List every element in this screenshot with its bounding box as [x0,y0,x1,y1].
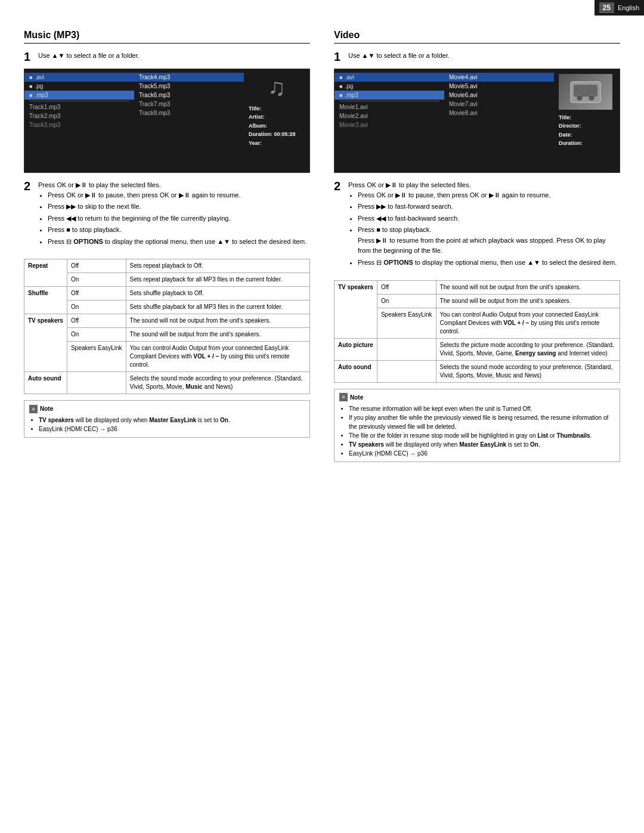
list-item: Press OK or ▶⏸ to pause, then press OK o… [48,190,306,201]
sub-label: On [67,273,126,287]
music-step1-text: Use ▲▼ to select a file or a folder. [38,51,140,61]
list-item[interactable]: ■ .avi [335,73,444,82]
list-item: Press ▶▶ to skip to the next file. [48,202,306,212]
list-item[interactable]: Movie1.avi [335,103,444,112]
cell-desc: The sound will not be output from the un… [126,314,309,328]
cell-desc: You can control Audio Output from your c… [126,342,309,372]
row-label-shuffle: Shuffle [24,287,67,314]
video-note: ≡ Note The resume information will be ke… [334,389,620,462]
folder-icon: ■ [339,92,342,98]
table-row: Shuffle Off Sets shuffle playback to Off… [24,287,310,301]
list-item[interactable]: Track6.mp3 [134,91,244,100]
row-label-auto-sound: Auto sound [335,360,377,382]
list-item[interactable]: ■ .pg [24,82,134,91]
row-label-auto-sound: Auto sound [24,372,67,394]
music-step1: 1 Use ▲▼ to select a file or a folder. [24,51,310,63]
music-track-list: Track4.mp3 Track5.mp3 Track6.mp3 Track7.… [134,69,244,172]
note-icon: ≡ [29,405,38,413]
sub-label: On [67,301,126,314]
sub-label: Off [67,259,126,273]
row-label-tv-speakers: TV speakers [24,314,67,372]
video-step1-text: Use ▲▼ to select a file or a folder. [348,51,450,61]
list-item[interactable]: Movie7.avi [444,100,554,109]
folder-icon: ■ [339,83,342,89]
folder-icon: ■ [29,92,32,98]
music-step2-text: Press OK or ▶⏸ to play the selected file… [38,180,306,190]
video-step2: 2 Press OK or ▶⏸ to play the selected fi… [334,180,620,274]
list-item[interactable]: Track1.mp3 [24,103,134,112]
list-item[interactable]: Movie4.avi [444,73,554,82]
table-row: Auto sound Selects the sound mode accord… [335,360,620,382]
table-row: Speakers EasyLink You can control Audio … [335,308,620,338]
cell-desc: Sets repeat playback for all MP3 files i… [126,273,309,287]
video-options-table: TV speakers Off The sound will not be ou… [334,280,620,383]
table-row: Speakers EasyLink You can control Audio … [24,342,310,372]
list-item[interactable]: Track5.mp3 [134,82,244,91]
sub-label: Off [67,314,126,328]
language-label: English [618,4,639,11]
list-item: Press ■ to stop playback. [48,225,306,236]
list-item[interactable]: ■ .pg [335,82,444,91]
list-item[interactable]: Movie6.avi [444,91,554,100]
list-item[interactable]: ■ .avi [24,73,134,82]
video-step1-num: 1 [334,51,343,63]
cell-desc: The sound will not be output from the un… [436,280,620,294]
list-item: TV speakers will be displayed only when … [349,440,615,449]
list-item[interactable]: ■ .mp3 [335,91,444,100]
table-row: Auto sound Selects the sound mode accord… [24,372,310,394]
video-step1: 1 Use ▲▼ to select a file or a folder. [334,51,620,63]
list-item: EasyLink (HDMI CEC) → p36 [39,425,305,433]
music-note: ≡ Note TV speakers will be displayed onl… [24,400,310,438]
sub-label: Off [67,287,126,301]
note-icon: ≡ [339,393,348,401]
list-item[interactable]: Track3.mp3 [24,120,134,129]
list-item: Press ⊟ OPTIONS to display the optional … [358,258,620,268]
cell-desc: Sets shuffle playback to Off. [126,287,309,301]
row-label-tv-speakers: TV speakers [335,280,377,338]
list-item: The resume information will be kept even… [349,404,615,413]
video-note-list: The resume information will be kept even… [349,404,615,458]
music-step2: 2 Press OK or ▶⏸ to play the selected fi… [24,180,310,253]
list-item[interactable]: Movie5.avi [444,82,554,91]
music-note-list: TV speakers will be displayed only when … [39,416,305,433]
video-metadata: Title: Director: Date: Duration: [559,113,615,148]
cell-desc: The sound will be output from the unit's… [436,294,620,308]
cell-desc: Selects the sound mode according to your… [126,372,309,394]
row-label-auto-picture: Auto picture [335,338,377,360]
list-item[interactable]: Movie3.avi [335,120,444,129]
list-item[interactable]: ■ .mp3 [24,91,134,100]
list-item[interactable]: Track2.mp3 [24,112,134,120]
music-step1-num: 1 [24,51,33,63]
svg-point-2 [577,95,583,101]
video-track-list: Movie4.avi Movie5.avi Movie6.avi Movie7.… [444,69,554,172]
list-item[interactable]: Track7.mp3 [134,100,244,109]
music-file-list: ■ .avi ■ .pg ■ .mp3 Track1.mp3 Track2.mp… [24,69,134,172]
note-label: Note [350,393,363,402]
music-title: Music (MP3) [24,30,310,44]
table-row: TV speakers Off The sound will not be ou… [335,280,620,294]
table-row: On The sound will be output from the uni… [24,328,310,342]
list-item: Press ▶▶ to fast-forward search. [358,202,620,212]
row-label-repeat: Repeat [24,259,67,287]
cell-desc: Selects the sound mode according to your… [436,360,620,382]
sub-label [377,360,436,382]
video-thumbnail [559,74,612,110]
music-step2-num: 2 [24,180,33,192]
list-item[interactable]: Track8.mp3 [134,109,244,117]
list-item[interactable]: Track4.mp3 [134,73,244,82]
list-item: Press ⊟ OPTIONS to display the optional … [48,237,306,247]
table-row: TV speakers Off The sound will not be ou… [24,314,310,328]
sub-label [67,372,126,394]
folder-icon: ■ [29,83,32,89]
list-item[interactable]: Movie2.avi [335,112,444,120]
svg-rect-1 [574,85,597,97]
list-item[interactable]: Movie8.avi [444,109,554,117]
sub-label: Speakers EasyLink [67,342,126,372]
folder-icon: ■ [29,75,32,80]
video-cassette-icon [568,79,603,106]
table-row: On The sound will be output from the uni… [335,294,620,308]
sub-label: Off [377,280,436,294]
note-label: Note [40,404,53,413]
music-metadata: Title: Artist: Album: Duration: 00:05:28… [249,104,305,147]
video-step2-num: 2 [334,180,343,192]
